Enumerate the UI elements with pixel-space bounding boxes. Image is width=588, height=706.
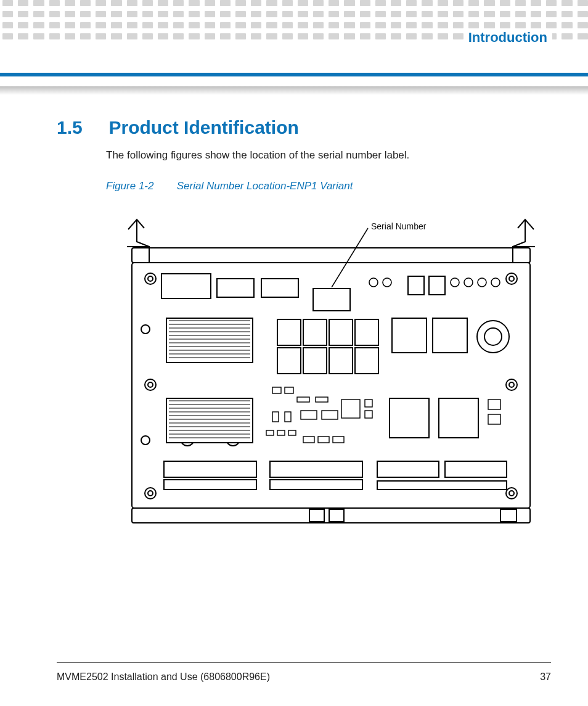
svg-rect-84 [365,400,372,407]
svg-rect-54 [313,289,350,311]
svg-point-6 [509,276,514,281]
section-intro: The following figures show the location … [106,149,551,162]
figure-label: Figure 1-2 [106,180,174,192]
svg-rect-92 [488,400,500,409]
svg-point-12 [148,382,153,387]
header-rule-grey [0,86,588,95]
page-content: 1.5 Product Identification The following… [57,117,551,529]
svg-rect-66 [303,348,327,374]
svg-rect-93 [488,414,500,424]
svg-rect-83 [341,400,360,418]
svg-rect-77 [297,397,309,402]
svg-point-55 [369,278,378,287]
svg-rect-67 [329,348,353,374]
svg-line-104 [332,228,368,287]
svg-rect-26 [166,398,253,443]
svg-rect-25 [166,318,253,363]
figure-callout: Serial Number [371,221,427,231]
svg-point-16 [141,436,150,445]
svg-point-74 [484,328,502,345]
svg-point-4 [148,276,153,281]
svg-rect-53 [429,276,445,295]
section-number: 1.5 [57,117,106,138]
svg-rect-76 [285,387,293,393]
svg-point-15 [141,325,150,334]
svg-rect-96 [270,461,362,477]
svg-rect-97 [270,480,362,490]
svg-rect-102 [329,509,344,522]
svg-rect-50 [217,279,254,297]
section-title: Product Identification [108,117,298,138]
svg-rect-79 [272,412,279,422]
chapter-title: Introduction [463,28,552,47]
svg-point-59 [478,278,486,287]
svg-rect-86 [266,430,274,435]
svg-rect-81 [301,411,317,419]
svg-rect-71 [390,398,429,438]
section-heading: 1.5 Product Identification [57,117,551,138]
svg-rect-51 [261,279,298,297]
svg-rect-69 [392,318,427,353]
svg-rect-49 [161,274,211,298]
svg-rect-89 [303,437,314,443]
svg-rect-98 [377,461,439,477]
svg-rect-87 [277,430,285,435]
footer-doc-id: MVME2502 Installation and Use (6806800R9… [57,671,270,683]
svg-point-14 [509,382,514,387]
svg-rect-90 [318,437,329,443]
svg-rect-91 [333,437,344,443]
svg-point-60 [491,278,500,287]
svg-rect-94 [164,461,256,477]
figure-caption: Figure 1-2 Serial Number Location-ENP1 V… [106,180,551,192]
svg-rect-78 [316,397,328,402]
svg-rect-95 [164,480,256,490]
footer-rule [57,662,551,663]
svg-rect-0 [132,248,530,263]
svg-point-58 [464,278,473,287]
svg-rect-72 [439,398,478,438]
figure-caption-text: Serial Number Location-ENP1 Variant [177,180,353,192]
svg-rect-65 [277,348,301,374]
header-rule-blue [0,73,588,76]
svg-rect-99 [445,461,507,477]
svg-rect-82 [322,411,338,419]
svg-point-10 [509,491,514,496]
svg-rect-62 [303,319,327,345]
svg-point-57 [451,278,459,287]
svg-rect-64 [355,319,378,345]
svg-rect-100 [377,481,507,490]
svg-rect-52 [408,276,424,295]
svg-rect-68 [355,348,378,374]
svg-rect-63 [329,319,353,345]
svg-rect-61 [277,319,301,345]
footer-page-number: 37 [540,671,551,683]
svg-rect-103 [500,509,517,522]
svg-point-8 [148,491,153,496]
svg-point-56 [383,278,391,287]
svg-rect-75 [272,387,281,393]
svg-rect-70 [433,318,467,353]
svg-rect-80 [285,412,291,422]
figure-image: Serial Number [118,215,544,529]
svg-rect-101 [309,509,324,522]
svg-rect-88 [288,430,296,435]
svg-rect-85 [365,411,372,418]
